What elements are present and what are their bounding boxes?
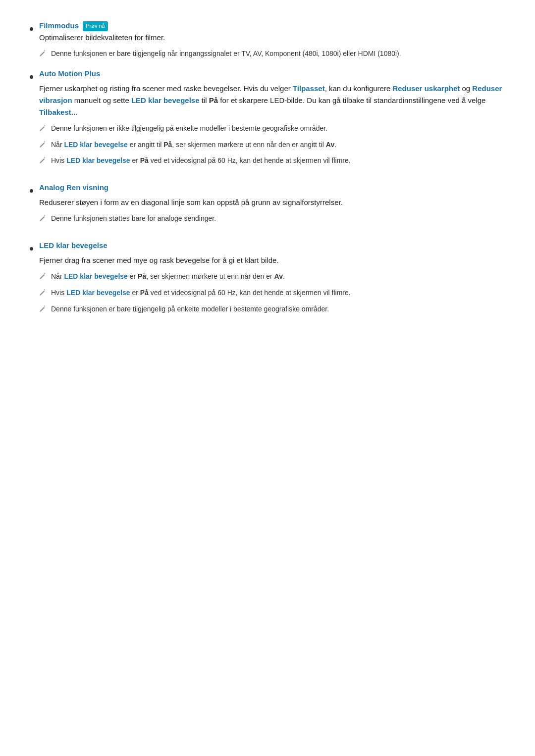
pencil-icon-2: [39, 124, 46, 136]
amp-note-2: Når LED klar bevegelse er angitt til På,…: [39, 140, 505, 152]
filmmodus-note-1: Denne funksjonen er bare tilgjengelig nå…: [39, 49, 505, 61]
lkb-note-3-text: Denne funksjonen er bare tilgjengelig på…: [51, 304, 329, 315]
led-klar-bevegelse-link-1[interactable]: LED klar bevegelse: [131, 96, 200, 104]
pencil-icon-8: [39, 305, 46, 316]
led-klar-bevegelse-link-3[interactable]: LED klar bevegelse: [66, 156, 130, 164]
paa-text-1: På: [209, 96, 218, 104]
paa-text-2: På: [163, 141, 172, 149]
tilpasset-link[interactable]: Tilpasset: [293, 84, 325, 93]
led-klar-bevegelse-link-4[interactable]: LED klar bevegelse: [64, 272, 127, 280]
led-klar-bevegelse-link-2[interactable]: LED klar bevegelse: [64, 141, 127, 149]
pencil-icon-5: [39, 214, 46, 226]
filmmodus-description: Optimaliserer bildekvaliteten for filmer…: [39, 32, 505, 44]
auto-motion-plus-description: Fjerner uskarphet og risting fra scener …: [39, 83, 505, 118]
lkb-note-3: Denne funksjonen er bare tilgjengelig på…: [39, 304, 505, 316]
auto-motion-plus-section: Auto Motion Plus Fjerner uskarphet og ri…: [30, 68, 505, 173]
analog-ren-visning-notes: Denne funksjonen støttes bare for analog…: [39, 213, 505, 226]
bullet-dot: [30, 22, 33, 34]
auto-motion-plus-content: Auto Motion Plus Fjerner uskarphet og ri…: [39, 68, 505, 173]
filmmodus-section: Filmmodus Prøv nå Optimaliserer bildekva…: [30, 20, 505, 66]
analog-ren-visning-description: Reduserer støyen i form av en diagonal l…: [39, 197, 505, 208]
lkb-note-2: Hvis LED klar bevegelse er På ved et vid…: [39, 288, 505, 300]
filmmodus-badge: Prøv nå: [83, 21, 108, 31]
pencil-icon-1: [39, 50, 46, 61]
amp-note-3: Hvis LED klar bevegelse er På ved et vid…: [39, 155, 505, 168]
led-klar-bevegelse-link-5[interactable]: LED klar bevegelse: [66, 289, 130, 297]
reduser-uskarphet-link[interactable]: Reduser uskarphet: [392, 84, 460, 93]
pencil-icon-7: [39, 289, 46, 300]
lkb-note-2-text: Hvis LED klar bevegelse er På ved et vid…: [51, 288, 351, 299]
auto-motion-plus-title: Auto Motion Plus: [39, 68, 505, 80]
led-klar-bevegelse-section: LED klar bevegelse Fjerner drag fra scen…: [30, 240, 505, 321]
filmmodus-note-1-text: Denne funksjonen er bare tilgjengelig nå…: [51, 49, 401, 59]
filmmodus-label: Filmmodus: [39, 21, 79, 30]
amp-note-2-text: Når LED klar bevegelse er angitt til På,…: [51, 140, 336, 151]
bullet-dot-3: [30, 184, 33, 196]
pencil-icon-6: [39, 272, 46, 284]
paa-text-4: På: [138, 272, 146, 280]
av-text-2: Av: [274, 272, 283, 280]
bullet-dot-2: [30, 70, 33, 82]
filmmodus-notes: Denne funksjonen er bare tilgjengelig nå…: [39, 49, 505, 61]
lkb-note-1: Når LED klar bevegelse er På, ser skjerm…: [39, 271, 505, 284]
led-klar-bevegelse-title: LED klar bevegelse: [39, 240, 505, 252]
bullet-dot-4: [30, 242, 33, 254]
auto-motion-plus-notes: Denne funksjonen er ikke tilgjengelig på…: [39, 123, 505, 168]
paa-text-5: På: [140, 289, 149, 297]
paa-text-3: På: [140, 156, 149, 164]
analog-ren-visning-content: Analog Ren visning Reduserer støyen i fo…: [39, 182, 505, 231]
filmmodus-content: Filmmodus Prøv nå Optimaliserer bildekva…: [39, 20, 505, 66]
analog-ren-visning-title: Analog Ren visning: [39, 182, 505, 194]
amp-note-3-text: Hvis LED klar bevegelse er På ved et vid…: [51, 155, 351, 166]
led-klar-bevegelse-description: Fjerner drag fra scener med mye og rask …: [39, 254, 505, 266]
led-klar-bevegelse-notes: Når LED klar bevegelse er På, ser skjerm…: [39, 271, 505, 316]
led-klar-bevegelse-content: LED klar bevegelse Fjerner drag fra scen…: [39, 240, 505, 321]
av-text-1: Av: [326, 141, 334, 149]
arv-note-1: Denne funksjonen støttes bare for analog…: [39, 213, 505, 226]
lkb-note-1-text: Når LED klar bevegelse er På, ser skjerm…: [51, 271, 285, 282]
amp-note-1-text: Denne funksjonen er ikke tilgjengelig på…: [51, 123, 327, 134]
arv-note-1-text: Denne funksjonen støttes bare for analog…: [51, 213, 216, 224]
amp-note-1: Denne funksjonen er ikke tilgjengelig på…: [39, 123, 505, 136]
analog-ren-visning-section: Analog Ren visning Reduserer støyen i fo…: [30, 182, 505, 231]
filmmodus-title: Filmmodus Prøv nå: [39, 20, 505, 32]
pencil-icon-4: [39, 156, 46, 168]
tilbakest-link[interactable]: Tilbakest..: [39, 108, 75, 116]
pencil-icon-3: [39, 141, 46, 152]
